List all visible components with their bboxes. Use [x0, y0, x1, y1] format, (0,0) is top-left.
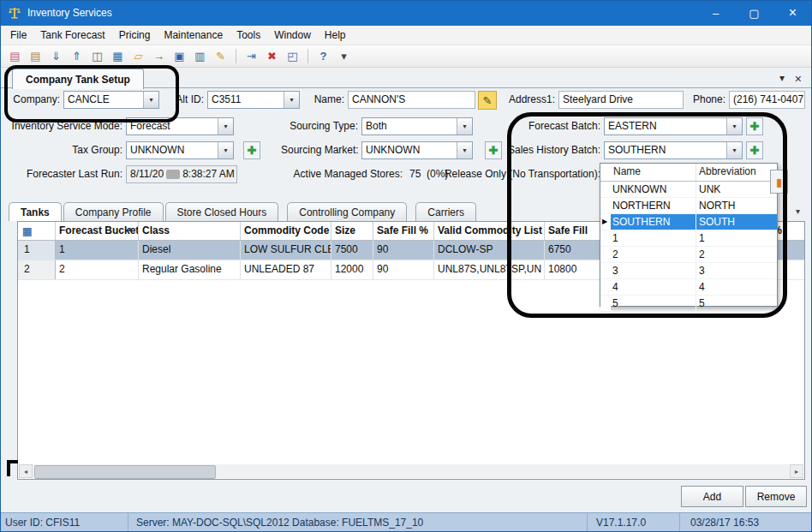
add-sourcing-market-button[interactable]: ✚ [485, 141, 502, 159]
select-all-cell[interactable]: ▦ [18, 222, 56, 240]
minimize-button[interactable]: – [696, 0, 735, 26]
doc-close-icon[interactable]: × [795, 72, 802, 86]
report-icon[interactable]: ▤ [27, 47, 45, 65]
open-folder-icon[interactable]: ▱ [129, 47, 147, 65]
chevron-down-icon[interactable]: ▾ [218, 142, 233, 158]
row-header[interactable]: 1 [18, 241, 56, 260]
check-in-icon[interactable]: ⇓ [47, 47, 65, 65]
cell-size[interactable]: 12000 [331, 260, 373, 279]
name-field[interactable]: CANNON'S [348, 91, 475, 109]
add-tax-group-button[interactable]: ✚ [243, 141, 260, 159]
column-header[interactable]: Safe Fill [545, 222, 607, 240]
scroll-right-icon[interactable]: ▸ [790, 464, 803, 478]
chevron-down-icon[interactable]: ▾ [218, 118, 233, 134]
cell-size[interactable]: 7500 [331, 241, 373, 260]
cell-safe-fill[interactable]: 10800 [545, 260, 607, 279]
print-icon[interactable]: ▥ [191, 47, 209, 65]
cell-safe-fill-pct[interactable]: 90 [373, 241, 434, 260]
column-header[interactable]: Size [331, 222, 373, 240]
phone-field[interactable]: (216) 741-0407 [729, 91, 805, 109]
row-header[interactable]: 2 [18, 260, 56, 279]
tab-tanks[interactable]: Tanks [9, 202, 62, 221]
tax-group-select[interactable]: UNKNOWN ▾ [126, 141, 234, 159]
company-select[interactable]: CANCLE ▾ [63, 91, 159, 109]
horizontal-scrollbar[interactable]: ◂ ▸ [19, 464, 803, 478]
lookup-column-header[interactable]: Name [611, 164, 696, 181]
inventory-service-mode-select[interactable]: Forecast ▾ [126, 117, 234, 135]
edit-name-button[interactable]: ✎ [478, 91, 497, 110]
cell-valid-commodity-list[interactable]: UNL87S,UNL87SP,UN [434, 260, 545, 279]
toolbar-overflow-icon[interactable]: ▾ [335, 47, 353, 65]
doc-chevron-down-icon[interactable]: ▾ [779, 72, 785, 84]
column-header[interactable]: Safe Fill % [373, 222, 434, 240]
chevron-down-icon[interactable]: ▾ [457, 142, 472, 158]
tab-company-profile[interactable]: Company Profile [63, 202, 164, 221]
column-header[interactable]: Commodity Code [241, 222, 331, 240]
remove-button[interactable]: Remove [745, 486, 807, 507]
5[interactable]: 5 5 [600, 296, 777, 312]
sourcing-market-select[interactable]: UNKNOWN ▾ [361, 141, 473, 159]
tab-store-closed-hours[interactable]: Store Closed Hours [165, 202, 279, 221]
cell-commodity-code[interactable]: LOW SULFUR CLE [241, 241, 331, 260]
SOUTHERN[interactable]: ▶ SOUTHERN SOUTH [600, 214, 777, 230]
cell-class[interactable]: Diesel [139, 241, 241, 260]
menu-item[interactable]: Maintenance [157, 26, 230, 45]
scrollbar-thumb[interactable] [34, 465, 216, 479]
copy-icon[interactable]: ◫ [88, 47, 106, 65]
close-button[interactable]: × [773, 0, 812, 26]
import-icon[interactable]: → [150, 47, 168, 65]
tab-overflow-icon[interactable]: ▾ [796, 206, 800, 216]
save-icon[interactable]: ▣ [170, 47, 188, 65]
cell-class[interactable]: Regular Gasoline [139, 260, 241, 279]
menu-item[interactable]: Pricing [112, 26, 158, 45]
edit-document-icon[interactable]: ✎ [212, 47, 230, 65]
alt-id-select[interactable]: C3511 ▾ [207, 91, 300, 109]
lookup-name-cell: 3 [611, 263, 696, 278]
print-preview-icon[interactable]: ▤ [6, 47, 24, 65]
chevron-down-icon[interactable]: ▾ [143, 92, 158, 108]
sourcing-type-select[interactable]: Both ▾ [361, 117, 473, 135]
NORTHERN[interactable]: NORTHERN NORTH [600, 198, 777, 214]
maximize-button[interactable]: ▢ [735, 0, 773, 26]
delete-icon[interactable]: ✖ [263, 47, 281, 65]
table-icon[interactable]: ▦ [109, 47, 127, 65]
window-icon[interactable]: ◰ [284, 47, 302, 65]
cell-commodity-code[interactable]: UNLEADED 87 [241, 260, 331, 279]
sales-history-batch-select[interactable]: SOUTHERN ▾ [604, 141, 743, 159]
menu-item[interactable]: Tank Forecast [33, 26, 111, 45]
1[interactable]: 1 1 [600, 230, 777, 247]
tab-company-tank-setup[interactable]: Company Tank Setup [12, 69, 144, 89]
tab-controlling-company[interactable]: Controlling Company [287, 202, 407, 221]
column-header[interactable]: Valid Commodity List [434, 222, 545, 240]
menu-item[interactable]: Tools [230, 26, 267, 45]
cell-safe-fill[interactable]: 6750 [545, 241, 607, 260]
column-header[interactable]: Class [139, 222, 241, 240]
chevron-down-icon[interactable]: ▾ [726, 142, 742, 158]
2[interactable]: 2 2 [600, 247, 777, 263]
4[interactable]: 4 4 [600, 279, 777, 296]
add-forecast-batch-button[interactable]: ✚ [746, 117, 763, 135]
lookup-column-header[interactable]: Abbreviation [696, 164, 777, 181]
add-sales-history-batch-button[interactable]: ✚ [746, 141, 763, 159]
cell-safe-fill-pct[interactable]: 90 [373, 260, 434, 279]
menu-item[interactable]: Help [318, 26, 353, 45]
add-button[interactable]: Add [681, 486, 743, 507]
3[interactable]: 3 3 [600, 263, 777, 279]
check-out-icon[interactable]: ⇑ [68, 47, 86, 65]
cell-forecast-bucket[interactable]: 2 [56, 260, 139, 279]
cell-forecast-bucket[interactable]: 1 [56, 241, 139, 260]
address1-field[interactable]: Steelyard Drive [558, 91, 684, 109]
exit-icon[interactable]: ⇥ [242, 47, 260, 65]
scroll-left-icon[interactable]: ◂ [19, 464, 33, 478]
chevron-down-icon[interactable]: ▾ [457, 118, 472, 134]
cell-valid-commodity-list[interactable]: DCLOW-SP [434, 241, 545, 260]
chevron-down-icon[interactable]: ▾ [726, 118, 742, 134]
UNKNOWN[interactable]: UNKNOWN UNK [600, 182, 777, 198]
release-only-lookup-button[interactable]: ▮ [770, 170, 788, 194]
help-icon[interactable]: ? [314, 47, 332, 65]
chevron-down-icon[interactable]: ▾ [284, 92, 299, 108]
tab-carriers[interactable]: Carriers [415, 202, 476, 221]
menu-item[interactable]: Window [267, 26, 318, 45]
forecast-batch-select[interactable]: EASTERN ▾ [604, 117, 743, 135]
menu-item[interactable]: File [3, 26, 33, 45]
